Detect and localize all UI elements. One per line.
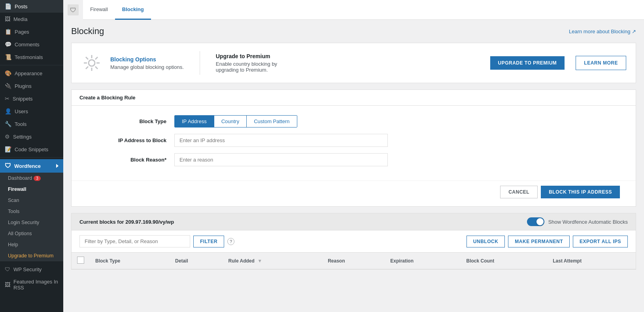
sidebar-label: Snippets (13, 96, 33, 102)
block-ip-button[interactable]: BLOCK THIS IP ADDRESS (541, 186, 620, 198)
sub-item-label: All Options (8, 231, 32, 236)
sub-item-label: Dashboard (8, 175, 32, 181)
table-header-last-attempt: Last Attempt (547, 253, 636, 269)
learn-more-link[interactable]: Learn more about Blocking ↗ (569, 29, 636, 34)
filter-right-buttons: UNBLOCK MAKE PERMANENT EXPORT ALL IPS (466, 236, 628, 247)
ip-address-label: IP Address to Block (87, 137, 166, 143)
wordfence-menu-item[interactable]: 🛡 Wordfence (0, 159, 63, 173)
blocking-rule-section: Create a Blocking Rule Block Type IP Add… (71, 89, 636, 207)
sidebar-label: Posts (15, 4, 28, 10)
blocks-table: Block Type Detail Rule Added ▼ Reason (72, 253, 636, 269)
toggle-label: Show Wordfence Automatic Blocks (548, 219, 628, 225)
sidebar-item-featured-images[interactable]: 🖼 Featured Images In RSS (0, 276, 63, 294)
toggle-row: Show Wordfence Automatic Blocks (527, 217, 628, 226)
tab-blocking[interactable]: Blocking (115, 0, 151, 20)
filter-input[interactable] (79, 235, 190, 247)
sub-item-label: Help (8, 242, 18, 247)
form-actions: CANCEL BLOCK THIS IP ADDRESS (72, 181, 636, 206)
blocking-options-link[interactable]: Blocking Options (110, 56, 184, 63)
tab-firewall[interactable]: Firewall (83, 0, 115, 20)
sidebar-item-users[interactable]: 👤 Users (0, 105, 63, 118)
help-icon[interactable]: ? (227, 238, 234, 245)
sidebar-item-snippets[interactable]: ✂ Snippets (0, 92, 63, 105)
code-snippets-icon: 📝 (5, 146, 11, 152)
sidebar-label: Plugins (15, 83, 32, 89)
sidebar-sub-scan[interactable]: Scan (0, 195, 63, 206)
main-content: 🛡 Firewall Blocking Blocking Learn more … (63, 0, 644, 312)
sub-item-label: Tools (8, 209, 19, 214)
tools-icon: 🔧 (5, 121, 11, 127)
top-tabs-bar: 🛡 Firewall Blocking (63, 0, 644, 20)
sidebar-sub-firewall[interactable]: Firewall (0, 184, 63, 195)
sidebar-item-comments[interactable]: 💬 Comments (0, 38, 63, 51)
make-permanent-button[interactable]: MAKE PERMANENT (508, 236, 570, 247)
block-type-ip-button[interactable]: IP Address (175, 116, 214, 127)
sidebar-item-testimonials[interactable]: 📜 Testimonials (0, 51, 63, 63)
svg-line-7 (86, 57, 88, 59)
learn-more-text: Learn more about Blocking (569, 29, 630, 34)
pages-icon: 📋 (5, 29, 11, 35)
select-all-checkbox[interactable] (77, 257, 84, 264)
sub-item-label: Login Security (8, 220, 39, 225)
svg-line-8 (95, 67, 98, 69)
sidebar-sub-login-security[interactable]: Login Security (0, 217, 63, 228)
sidebar-sub-tools[interactable]: Tools (0, 206, 63, 217)
wordfence-icon: 🛡 (5, 162, 11, 169)
export-ips-button[interactable]: EXPORT ALL IPS (573, 236, 628, 247)
wordfence-arrow-icon (56, 164, 59, 168)
block-type-country-button[interactable]: Country (214, 116, 247, 127)
sidebar-item-media[interactable]: 🖼 Media (0, 13, 63, 25)
current-blocks-section: Current blocks for 209.97.169.90/vy/wp S… (71, 213, 636, 270)
sidebar-item-posts[interactable]: 📄 Posts (0, 0, 63, 13)
sidebar-item-tools[interactable]: 🔧 Tools (0, 118, 63, 130)
filter-button[interactable]: FILTER (193, 236, 224, 247)
toggle-thumb (536, 218, 544, 225)
sidebar-label: Users (15, 108, 28, 114)
ip-address-row: IP Address to Block (87, 134, 620, 147)
external-link-icon: ↗ (632, 29, 636, 34)
sidebar-item-pages[interactable]: 📋 Pages (0, 25, 63, 38)
upgrade-label: Upgrade to Premium (8, 253, 53, 259)
comments-icon: 💬 (5, 41, 11, 48)
svg-line-9 (95, 57, 98, 59)
block-type-buttons: IP Address Country Custom Pattern (174, 115, 297, 127)
sidebar-item-plugins[interactable]: 🔌 Plugins (0, 80, 63, 92)
sidebar-item-settings[interactable]: ⚙ Settings (0, 130, 63, 143)
current-blocks-header: Current blocks for 209.97.169.90/vy/wp S… (72, 213, 636, 230)
options-card: Blocking Options Manage global blocking … (71, 43, 636, 83)
table-header-detail: Detail (170, 253, 223, 269)
sidebar-sub-help[interactable]: Help (0, 239, 63, 250)
svg-text:🛡: 🛡 (70, 7, 76, 13)
sidebar-sub-all-options[interactable]: All Options (0, 228, 63, 239)
sort-arrow-icon: ▼ (257, 258, 262, 264)
users-icon: 👤 (5, 108, 11, 114)
block-type-row: Block Type IP Address Country Custom Pat… (87, 115, 620, 127)
sidebar-label: Settings (13, 134, 32, 140)
block-type-custom-button[interactable]: Custom Pattern (247, 116, 297, 127)
table-header-rule-added[interactable]: Rule Added ▼ (223, 253, 323, 269)
upgrade-title: Upgrade to Premium (216, 53, 482, 59)
testimonials-icon: 📜 (5, 54, 11, 60)
block-reason-input[interactable] (174, 153, 388, 166)
table-header-block-count: Block Count (461, 253, 548, 269)
block-type-label: Block Type (87, 118, 166, 124)
gear-icon (81, 52, 102, 74)
dashboard-badge: 3 (34, 176, 41, 181)
ip-address-input[interactable] (174, 134, 388, 147)
sidebar-sub-dashboard[interactable]: Dashboard 3 (0, 173, 63, 184)
wordfence-label: Wordfence (14, 163, 41, 169)
unblock-button[interactable]: UNBLOCK (466, 236, 505, 247)
sidebar-upgrade-link[interactable]: Upgrade to Premium (0, 250, 63, 261)
auto-blocks-toggle[interactable] (527, 217, 544, 226)
table-header-checkbox[interactable] (72, 253, 90, 269)
sidebar-item-appearance[interactable]: 🎨 Appearance (0, 67, 63, 80)
learn-more-button[interactable]: LEARN MORE (576, 56, 626, 70)
block-reason-label: Block Reason* (87, 157, 166, 163)
svg-line-10 (86, 67, 88, 69)
upgrade-to-premium-button[interactable]: UPGRADE TO PREMIUM (490, 56, 565, 70)
sidebar-item-wp-security[interactable]: 🛡 WP Security (0, 263, 63, 276)
media-icon: 🖼 (5, 16, 10, 22)
cancel-button[interactable]: CANCEL (500, 186, 538, 198)
sidebar-item-code-snippets[interactable]: 📝 Code Snippets (0, 143, 63, 156)
page-title: Blocking (71, 26, 104, 36)
